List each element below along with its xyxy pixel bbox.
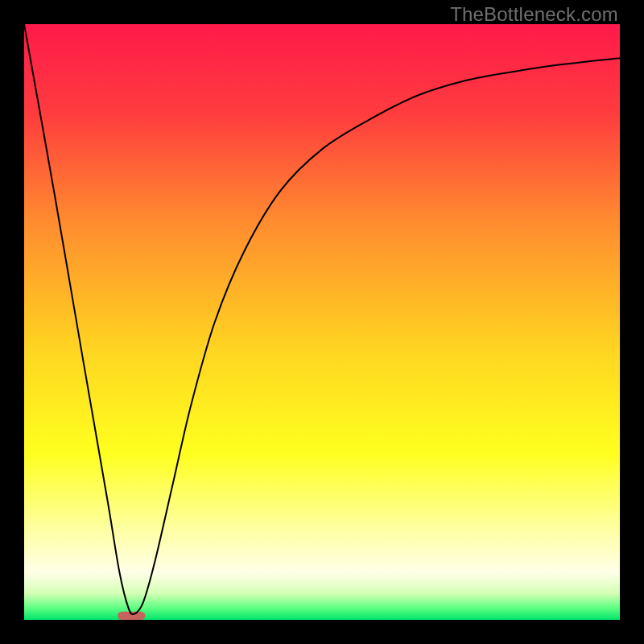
chart-frame: TheBottleneck.com bbox=[0, 0, 644, 644]
gradient-background bbox=[24, 24, 620, 620]
plot-area bbox=[24, 24, 620, 620]
watermark-text: TheBottleneck.com bbox=[450, 3, 618, 26]
chart-svg bbox=[24, 24, 620, 620]
